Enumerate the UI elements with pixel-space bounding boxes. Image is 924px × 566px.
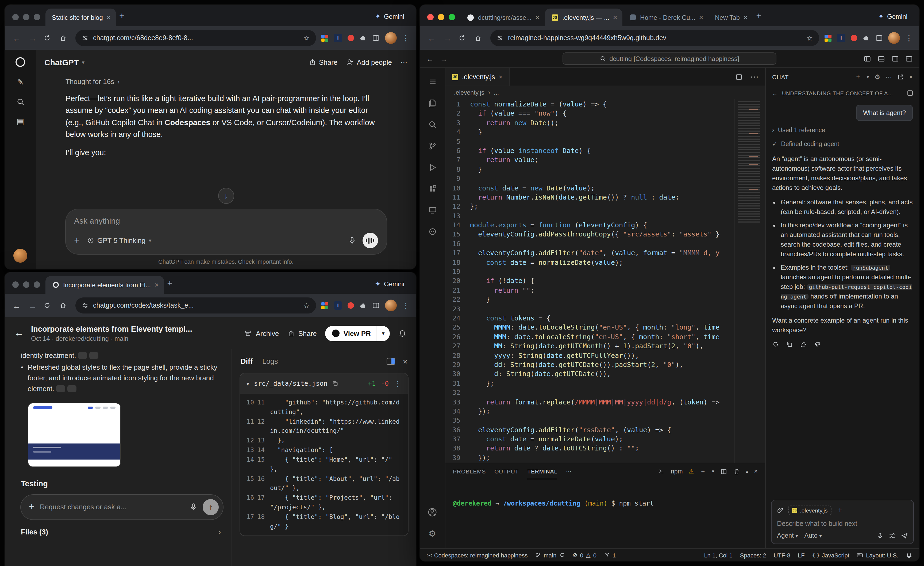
minimize-window-button[interactable] — [23, 14, 29, 20]
password-manager-icon[interactable]: I — [837, 34, 845, 42]
explorer-icon[interactable] — [420, 93, 445, 114]
code-line[interactable]: 33 return format.replace(/MMMM|MMM|MM|yy… — [446, 397, 734, 407]
code-line[interactable]: 14 module.exports = function (eleventyCo… — [446, 221, 734, 230]
chat-input[interactable] — [777, 520, 908, 527]
keyboard-layout[interactable]: Layout: U.S. — [853, 549, 902, 561]
reload-button[interactable] — [43, 302, 54, 309]
minimap[interactable] — [734, 99, 765, 463]
toggle-panel-icon[interactable] — [878, 55, 885, 62]
mic-icon[interactable] — [189, 503, 197, 511]
apps-grid-icon[interactable] — [321, 35, 328, 42]
code-line[interactable]: 34 }); — [446, 407, 734, 416]
apps-grid-icon[interactable] — [321, 302, 328, 309]
close-panel-icon[interactable]: × — [403, 357, 408, 366]
thought-duration[interactable]: Thought for 16s › — [66, 78, 386, 86]
diff-file-header[interactable]: ▾ src/_data/site.json +1 -0 ⋮ — [240, 374, 408, 394]
reload-button[interactable] — [458, 34, 469, 42]
code-line[interactable]: 7 return value; — [446, 155, 734, 165]
ports-indicator[interactable]: 1 — [600, 549, 620, 561]
code-line[interactable]: 6 if (value instanceof Date) { — [446, 146, 734, 155]
view-pr-dropdown[interactable]: ▾ — [377, 326, 390, 341]
language-mode[interactable]: { } JavaScript — [808, 549, 853, 561]
search-icon[interactable] — [420, 114, 445, 135]
add-people-button[interactable]: Add people — [346, 58, 392, 66]
code-line[interactable]: 30 d: String(date.getUTCDate()), — [446, 369, 734, 379]
side-panel-icon[interactable] — [372, 302, 380, 309]
chat-composer[interactable]: + GPT-5 Thinking ▾ — [66, 209, 386, 254]
browser-tab[interactable]: Incorporate elements from El... × — [45, 276, 164, 294]
tab-close-icon[interactable]: × — [699, 14, 703, 21]
terminal-process-label[interactable]: npm — [671, 468, 683, 474]
back-arrow-icon[interactable]: ← — [14, 328, 24, 339]
back-button[interactable]: ← — [11, 301, 22, 310]
browser-menu-icon[interactable]: ⋮ — [402, 34, 410, 42]
close-panel-icon[interactable]: × — [754, 468, 758, 474]
code-line[interactable]: 17 eleventyConfig.addFilter("date", (val… — [446, 249, 734, 258]
new-tab-button[interactable]: + — [167, 278, 172, 289]
editor-forward-icon[interactable]: → — [440, 54, 448, 63]
chat-history-dropdown-icon[interactable]: ▾ — [867, 74, 869, 80]
minimize-window-button[interactable] — [438, 14, 444, 20]
code-line[interactable]: 29 dd: String(date.getUTCDate()).padStar… — [446, 360, 734, 369]
tools-icon[interactable] — [889, 532, 896, 539]
code-line[interactable]: 18 const date = normalizeDate(value); — [446, 258, 734, 267]
followup-input[interactable] — [40, 503, 184, 511]
panel-layout-icon[interactable] — [387, 357, 395, 365]
tab-diff[interactable]: Diff — [241, 357, 253, 365]
context-file-chip[interactable]: JS .eleventy.js — [788, 505, 831, 515]
notifications-bell-icon[interactable] — [398, 329, 406, 337]
view-pr-button[interactable]: View PR — [326, 326, 376, 341]
address-bar[interactable]: chatgpt.com/codex/tasks/task_e... ☆ — [75, 297, 316, 314]
code-line[interactable]: 26 MMM: date.toLocaleString("en-US", { m… — [446, 332, 734, 342]
bookmark-star-icon[interactable]: ☆ — [807, 34, 813, 42]
tab-close-icon[interactable]: × — [154, 281, 159, 289]
code-line[interactable]: 10 const date = new Date(value); — [446, 183, 734, 192]
extensions-icon[interactable] — [420, 178, 445, 200]
tab-close-icon[interactable]: × — [535, 14, 539, 21]
close-chat-icon[interactable]: × — [909, 73, 913, 81]
site-info-icon[interactable] — [497, 35, 503, 41]
thumbs-up-icon[interactable] — [800, 341, 807, 347]
tab-close-icon[interactable]: × — [744, 14, 747, 21]
zoom-window-button[interactable] — [448, 14, 455, 20]
split-terminal-icon[interactable] — [720, 468, 727, 475]
citation-chip[interactable] — [56, 386, 66, 392]
archive-button[interactable]: Archive — [244, 329, 279, 337]
panel-more-icon[interactable]: ⋯ — [566, 468, 572, 474]
window-controls[interactable] — [12, 14, 40, 20]
breadcrumb[interactable]: .eleventy.js › ... — [446, 86, 765, 99]
file-menu-icon[interactable]: ⋮ — [394, 379, 402, 388]
extensions-puzzle-icon[interactable] — [862, 34, 870, 42]
site-info-icon[interactable] — [82, 35, 88, 41]
close-window-button[interactable] — [12, 281, 19, 288]
browser-tab[interactable]: Static site for blog × — [45, 9, 116, 26]
apps-grid-icon[interactable] — [825, 35, 831, 42]
tab-close-icon[interactable]: × — [499, 73, 502, 81]
gemini-button[interactable]: ✦ Gemini — [368, 278, 411, 290]
terminal-dropdown-icon[interactable]: ▾ — [712, 468, 714, 474]
mode-selector[interactable]: Agent ▾ — [777, 532, 798, 539]
library-icon[interactable]: ▤ — [16, 117, 24, 126]
zoom-window-button[interactable] — [34, 14, 40, 20]
open-chat-editor-icon[interactable] — [897, 74, 904, 80]
forward-button[interactable]: → — [442, 33, 453, 42]
citation-chip[interactable] — [68, 386, 77, 392]
extensions-puzzle-icon[interactable] — [359, 34, 367, 42]
view-pr-split-button[interactable]: View PR ▾ — [326, 326, 390, 341]
account-icon[interactable] — [420, 501, 445, 522]
code-line[interactable]: 9 — [446, 174, 734, 183]
new-terminal-icon[interactable]: ＋ — [700, 467, 706, 475]
mic-icon[interactable] — [348, 236, 356, 245]
encoding[interactable]: UTF-8 — [770, 549, 794, 561]
bookmark-star-icon[interactable]: ☆ — [303, 34, 310, 42]
copilot-icon[interactable] — [420, 221, 445, 242]
browser-tab-new[interactable]: New Tab × — [708, 9, 753, 26]
thumbs-down-icon[interactable] — [814, 341, 821, 347]
send-button[interactable] — [901, 532, 908, 539]
model-switcher[interactable]: ChatGPT — [44, 57, 79, 67]
attach-plus-icon[interactable]: + — [74, 235, 80, 246]
gemini-button[interactable]: ✦ Gemini — [368, 10, 411, 23]
code-line[interactable]: 4 } — [446, 127, 734, 137]
side-panel-icon[interactable] — [875, 34, 883, 42]
code-line[interactable]: 35 — [446, 416, 734, 425]
